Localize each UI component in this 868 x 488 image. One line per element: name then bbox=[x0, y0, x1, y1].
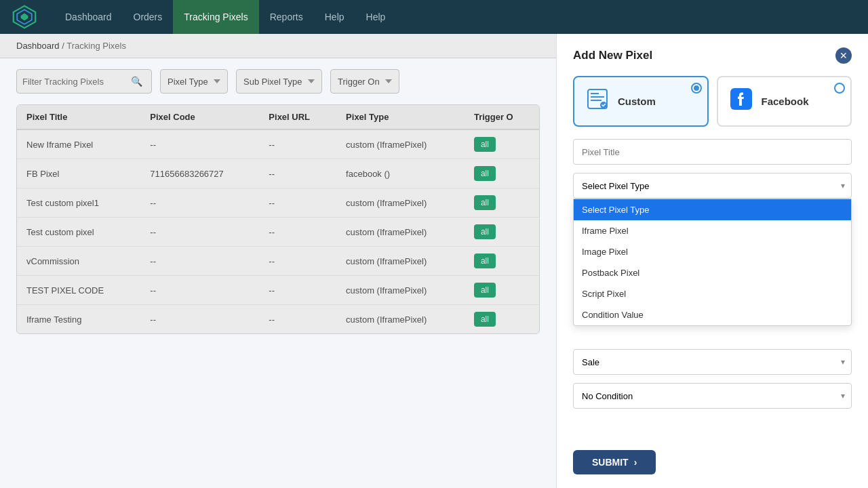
cell-type: custom (IframePixel) bbox=[336, 129, 465, 159]
right-panel: Add New Pixel ✕ Custom bbox=[556, 34, 868, 488]
cell-type: custom (IframePixel) bbox=[336, 218, 465, 247]
custom-pixel-card[interactable]: Custom bbox=[573, 76, 709, 127]
cell-type: custom (IframePixel) bbox=[336, 188, 465, 218]
svg-rect-6 bbox=[591, 100, 601, 101]
modal-close-button[interactable]: ✕ bbox=[835, 47, 852, 64]
cell-trigger: all bbox=[465, 218, 539, 247]
cell-trigger: all bbox=[465, 159, 539, 188]
table-row: TEST PIXEL CODE -- -- custom (IframePixe… bbox=[17, 276, 539, 305]
cell-title: vCommission bbox=[17, 247, 140, 276]
pixel-type-select[interactable]: Select Pixel Type bbox=[573, 173, 852, 199]
facebook-radio bbox=[834, 83, 845, 94]
trigger-on-filter[interactable]: Trigger On bbox=[330, 69, 399, 94]
cell-url: -- bbox=[259, 159, 336, 188]
breadcrumb: Dashboard / Tracking Pixels bbox=[0, 34, 556, 58]
table-row: vCommission -- -- custom (IframePixel) a… bbox=[17, 247, 539, 276]
trigger-all-button[interactable]: all bbox=[474, 137, 496, 152]
option-postback-pixel[interactable]: Postback Pixel bbox=[574, 262, 851, 283]
option-image-pixel[interactable]: Image Pixel bbox=[574, 241, 851, 262]
cell-code: -- bbox=[140, 276, 259, 305]
th-pixel-url: Pixel URL bbox=[259, 105, 336, 129]
custom-card-label: Custom bbox=[618, 96, 656, 107]
filter-input[interactable] bbox=[22, 77, 131, 87]
cell-type: custom (IframePixel) bbox=[336, 247, 465, 276]
main-area: Dashboard / Tracking Pixels 🔍 Pixel Type… bbox=[0, 34, 868, 488]
table-row: FB Pixel 711656683266727 -- facebook () … bbox=[17, 159, 539, 188]
left-panel: Dashboard / Tracking Pixels 🔍 Pixel Type… bbox=[0, 34, 556, 488]
pixel-type-filter[interactable]: Pixel Type bbox=[160, 69, 228, 94]
facebook-pixel-card[interactable]: Facebook bbox=[717, 76, 852, 127]
nav-tracking-pixels[interactable]: Tracking Pixels bbox=[173, 0, 258, 34]
cell-type: facebook () bbox=[336, 159, 465, 188]
svg-marker-2 bbox=[21, 14, 28, 21]
cell-trigger: all bbox=[465, 188, 539, 218]
pixel-title-input[interactable] bbox=[573, 139, 852, 165]
search-icon: 🔍 bbox=[131, 76, 142, 87]
sale-select[interactable]: Sale bbox=[573, 349, 852, 375]
cell-trigger: all bbox=[465, 276, 539, 305]
nav-logo bbox=[11, 3, 38, 30]
sale-select-wrap: Sale bbox=[573, 349, 852, 375]
trigger-all-button[interactable]: all bbox=[474, 195, 496, 210]
th-trigger: Trigger O bbox=[465, 105, 539, 129]
submit-button[interactable]: SUBMIT › bbox=[573, 450, 656, 474]
pixels-table: Pixel Title Pixel Code Pixel URL Pixel T… bbox=[17, 105, 539, 333]
cell-title: Test custom pixel bbox=[17, 218, 140, 247]
breadcrumb-current: Tracking Pixels bbox=[66, 41, 126, 51]
trigger-all-button[interactable]: all bbox=[474, 224, 496, 239]
table-row: Test custom pixel1 -- -- custom (IframeP… bbox=[17, 188, 539, 218]
cell-title: Test custom pixel1 bbox=[17, 188, 140, 218]
navbar: Dashboard Orders Tracking Pixels Reports… bbox=[0, 0, 868, 34]
cell-title: Iframe Testing bbox=[17, 305, 140, 334]
nav-orders[interactable]: Orders bbox=[123, 0, 174, 34]
no-condition-select-wrap: No Condition bbox=[573, 383, 852, 409]
cell-code: -- bbox=[140, 247, 259, 276]
svg-rect-5 bbox=[591, 96, 604, 98]
filter-bar: 🔍 Pixel Type Sub Pixel Type Trigger On bbox=[16, 69, 540, 94]
cell-url: -- bbox=[259, 188, 336, 218]
th-pixel-title: Pixel Title bbox=[17, 105, 140, 129]
nav-reports[interactable]: Reports bbox=[259, 0, 314, 34]
nav-dashboard[interactable]: Dashboard bbox=[54, 0, 123, 34]
table-row: New Iframe Pixel -- -- custom (IframePix… bbox=[17, 129, 539, 159]
cell-code: 711656683266727 bbox=[140, 159, 259, 188]
cell-trigger: all bbox=[465, 305, 539, 334]
sub-pixel-type-filter[interactable]: Sub Pixel Type bbox=[236, 69, 322, 94]
facebook-icon bbox=[729, 87, 753, 116]
submit-area: SUBMIT › bbox=[573, 436, 852, 474]
table-header-row: Pixel Title Pixel Code Pixel URL Pixel T… bbox=[17, 105, 539, 129]
trigger-all-button[interactable]: all bbox=[474, 253, 496, 268]
submit-arrow-icon: › bbox=[634, 457, 637, 468]
nav-help-2[interactable]: Help bbox=[355, 0, 397, 34]
pixel-type-cards: Custom Facebook bbox=[573, 76, 852, 127]
table-row: Test custom pixel -- -- custom (IframePi… bbox=[17, 218, 539, 247]
cell-trigger: all bbox=[465, 129, 539, 159]
option-script-pixel[interactable]: Script Pixel bbox=[574, 283, 851, 304]
nav-help-1[interactable]: Help bbox=[314, 0, 355, 34]
sale-row: Sale bbox=[573, 349, 852, 375]
no-condition-select[interactable]: No Condition bbox=[573, 383, 852, 409]
cell-url: -- bbox=[259, 276, 336, 305]
trigger-all-button[interactable]: all bbox=[474, 312, 496, 327]
option-select-pixel-type[interactable]: Select Pixel Type bbox=[574, 199, 851, 220]
option-condition-value[interactable]: Condition Value bbox=[574, 304, 851, 325]
cell-type: custom (IframePixel) bbox=[336, 276, 465, 305]
pixel-title-row bbox=[573, 139, 852, 165]
trigger-all-button[interactable]: all bbox=[474, 166, 496, 181]
facebook-card-label: Facebook bbox=[762, 96, 809, 107]
cell-url: -- bbox=[259, 218, 336, 247]
option-iframe-pixel[interactable]: Iframe Pixel bbox=[574, 220, 851, 241]
custom-icon bbox=[585, 87, 610, 116]
cell-code: -- bbox=[140, 188, 259, 218]
trigger-all-button[interactable]: all bbox=[474, 283, 496, 298]
modal-title: Add New Pixel bbox=[573, 49, 652, 62]
breadcrumb-home[interactable]: Dashboard bbox=[16, 41, 60, 51]
filter-input-wrap: 🔍 bbox=[16, 69, 152, 94]
th-pixel-code: Pixel Code bbox=[140, 105, 259, 129]
cell-trigger: all bbox=[465, 247, 539, 276]
cell-code: -- bbox=[140, 305, 259, 334]
cell-title: New Iframe Pixel bbox=[17, 129, 140, 159]
cell-url: -- bbox=[259, 305, 336, 334]
svg-rect-4 bbox=[591, 93, 599, 94]
table-wrap: Pixel Title Pixel Code Pixel URL Pixel T… bbox=[16, 104, 540, 334]
